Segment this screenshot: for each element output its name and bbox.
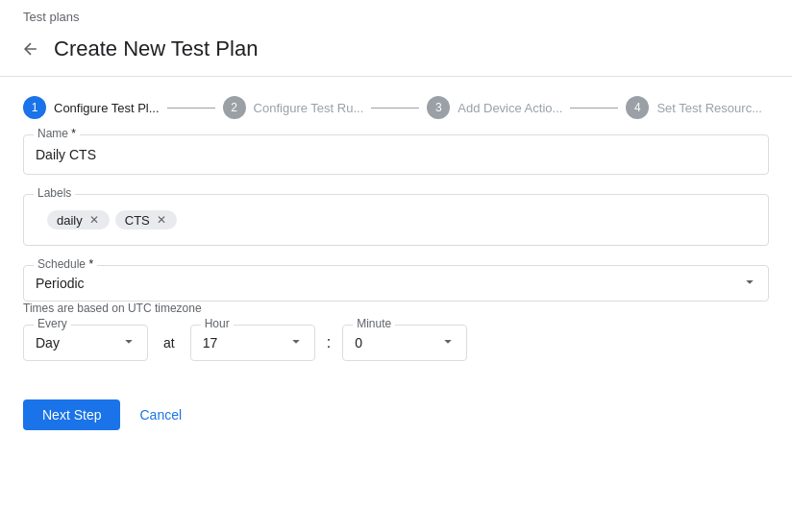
schedule-dropdown-icon: [741, 274, 758, 294]
schedule-select[interactable]: Schedule * Periodic: [23, 265, 769, 302]
name-input[interactable]: [36, 143, 756, 166]
labels-label: Labels: [34, 186, 75, 200]
step-1: 1 Configure Test Pl...: [23, 96, 160, 119]
every-select[interactable]: Every Day: [23, 325, 148, 361]
schedule-value: Periodic: [36, 276, 85, 291]
name-field-group: Name *: [23, 134, 769, 175]
step-connector-1: [167, 108, 215, 109]
labels-field: Labels daily ✕ CTS ✕: [23, 194, 769, 246]
hour-select[interactable]: Hour 17: [190, 325, 315, 361]
minute-dropdown-icon: [439, 333, 457, 353]
page-header: Create New Test Plan: [0, 30, 792, 77]
name-field: Name *: [23, 134, 769, 175]
page-title: Create New Test Plan: [54, 36, 258, 61]
chip-daily: daily ✕: [47, 210, 110, 230]
step-3: 3 Add Device Actio...: [427, 96, 562, 119]
step-2: 2 Configure Test Ru...: [223, 96, 364, 119]
labels-field-group: Labels daily ✕ CTS ✕: [23, 194, 769, 246]
schedule-field-group: Schedule * Periodic Times are based on U…: [23, 265, 769, 361]
step-4: 4 Set Test Resourc...: [626, 96, 762, 119]
form: Name * Labels daily ✕ CTS ✕: [0, 134, 792, 361]
minute-label: Minute: [353, 317, 395, 330]
step-2-label: Configure Test Ru...: [254, 101, 364, 115]
step-connector-3: [570, 108, 618, 109]
step-3-circle: 3: [427, 96, 450, 119]
chip-cts: CTS ✕: [115, 210, 177, 230]
labels-chips-container: daily ✕ CTS ✕: [36, 203, 756, 237]
step-4-circle: 4: [626, 96, 649, 119]
time-colon: :: [327, 334, 331, 351]
name-label: Name *: [34, 127, 80, 140]
chip-cts-remove[interactable]: ✕: [154, 212, 169, 228]
back-button[interactable]: [15, 34, 46, 64]
at-label: at: [163, 335, 175, 351]
step-1-circle: 1: [23, 96, 46, 119]
every-value: Day: [36, 335, 60, 351]
schedule-select-field[interactable]: Schedule * Periodic: [23, 265, 769, 302]
chip-daily-remove[interactable]: ✕: [87, 212, 102, 228]
step-connector-2: [371, 108, 419, 109]
step-4-label: Set Test Resourc...: [656, 101, 762, 115]
hour-label: Hour: [201, 317, 234, 330]
every-dropdown-icon: [120, 333, 137, 353]
breadcrumb: Test plans: [0, 0, 792, 30]
chip-daily-text: daily: [57, 213, 83, 228]
chip-cts-text: CTS: [125, 213, 150, 228]
step-3-label: Add Device Actio...: [458, 101, 562, 115]
footer-actions: Next Step Cancel: [0, 380, 792, 449]
utc-note: Times are based on UTC timezone: [23, 302, 769, 315]
stepper: 1 Configure Test Pl... 2 Configure Test …: [0, 77, 792, 134]
next-step-button[interactable]: Next Step: [23, 399, 120, 430]
step-2-circle: 2: [223, 96, 246, 119]
hour-value: 17: [203, 335, 218, 351]
step-1-label: Configure Test Pl...: [54, 101, 160, 115]
minute-value: 0: [355, 335, 362, 351]
schedule-label: Schedule *: [34, 257, 97, 271]
minute-select[interactable]: Minute 0: [342, 325, 467, 361]
cancel-button[interactable]: Cancel: [136, 399, 186, 430]
every-label: Every: [34, 317, 71, 330]
hour-dropdown-icon: [287, 333, 305, 353]
schedule-row: Every Day at Hour 17: [23, 325, 769, 361]
